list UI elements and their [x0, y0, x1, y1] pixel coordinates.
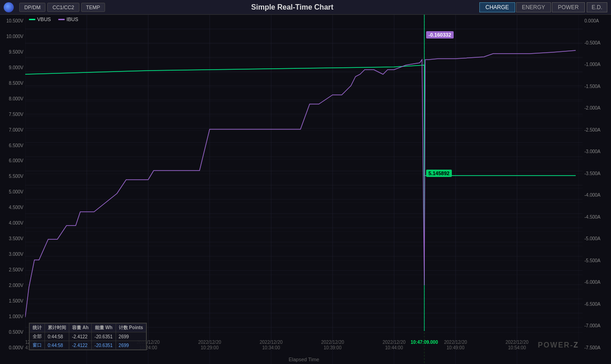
stats-row-all: 全部 0:44:58 -2.4122 -20.6351 2699 — [30, 332, 146, 341]
y-axis-left: 10.500V 10.000V 9.500V 9.000V 8.500V 8.0… — [0, 15, 25, 364]
chart-container: 10.500V 10.000V 9.500V 9.000V 8.500V 8.0… — [0, 15, 611, 364]
svg-text:10:29:00: 10:29:00 — [201, 345, 219, 350]
svg-text:2022/12/20: 2022/12/20 — [321, 340, 344, 345]
chart-area[interactable]: VBUS IBUS — [25, 15, 583, 364]
stats-window-time: 0:44:58 — [45, 341, 69, 350]
tab-temp[interactable]: TEMP — [81, 3, 106, 12]
svg-text:2022/12/20: 2022/12/20 — [505, 340, 528, 345]
btn-charge[interactable]: CHARGE — [479, 2, 515, 12]
stats-all-time: 0:44:58 — [45, 332, 69, 341]
topbar: DP/DM CC1/CC2 TEMP Simple Real-Time Char… — [0, 0, 611, 15]
stats-window-energy: -20.6351 — [92, 341, 116, 350]
svg-text:10:54:00: 10:54:00 — [508, 345, 526, 350]
btn-power[interactable]: POWER — [552, 2, 584, 12]
btn-energy[interactable]: ENERGY — [516, 2, 551, 12]
chart-title: Simple Real-Time Chart — [107, 3, 478, 11]
stats-header-points: 计数 Points — [116, 324, 146, 332]
stats-header-label: 统计 — [30, 324, 45, 332]
svg-text:2022/12/20: 2022/12/20 — [260, 340, 283, 345]
svg-text:10:39:00: 10:39:00 — [324, 345, 342, 350]
svg-text:10:34:00: 10:34:00 — [262, 345, 280, 350]
vbus-label: VBUS — [37, 17, 51, 22]
svg-text:10:44:00: 10:44:00 — [385, 345, 403, 350]
watermark: POWER-Z — [538, 341, 579, 349]
vbus-dot — [29, 19, 35, 20]
chart-svg: 2022/12/20 10:14:00 2022/12/20 10:19:00 … — [25, 15, 583, 364]
stats-row-window: 窗口 0:44:58 -2.4122 -20.6351 2699 — [30, 341, 146, 350]
stats-header-time: 累计时间 — [45, 324, 69, 332]
stats-window-label: 窗口 — [30, 341, 45, 350]
stats-all-label: 全部 — [30, 332, 45, 341]
legend: VBUS IBUS — [29, 17, 78, 22]
svg-text:2022/12/20: 2022/12/20 — [383, 340, 405, 345]
svg-text:10:47:09.000: 10:47:09.000 — [411, 340, 438, 345]
stats-header-capacity: 容量 Ah — [69, 324, 92, 332]
tab-cc1-cc2[interactable]: CC1/CC2 — [47, 3, 79, 12]
btn-ed[interactable]: E.D. — [587, 2, 607, 12]
ibus-label: IBUS — [67, 17, 78, 22]
legend-vbus: VBUS — [29, 17, 51, 22]
stats-table: 统计 累计时间 容量 Ah 能量 Wh 计数 Points 全部 0:44:58… — [29, 323, 147, 350]
stats-window-points: 2699 — [116, 341, 146, 350]
tab-dp-dm[interactable]: DP/DM — [19, 3, 45, 12]
right-buttons: CHARGE ENERGY POWER — [479, 2, 584, 12]
svg-text:10:49:00: 10:49:00 — [447, 345, 465, 350]
stats-header-energy: 能量 Wh — [92, 324, 116, 332]
stats-all-capacity: -2.4122 — [69, 332, 92, 341]
svg-rect-0 — [25, 15, 583, 341]
app-icon — [4, 2, 14, 12]
svg-text:2022/12/20: 2022/12/20 — [198, 340, 221, 345]
stats-all-energy: -20.6351 — [92, 332, 116, 341]
stats-window-capacity: -2.4122 — [69, 341, 92, 350]
y-axis-right: 0.000A -0.500A -1.000A -1.500A -2.000A -… — [583, 15, 611, 364]
legend-ibus: IBUS — [58, 17, 78, 22]
tooltip-vbus-value: 5.145892 — [426, 170, 452, 177]
stats-all-points: 2699 — [116, 332, 146, 341]
tooltip-ibus-value: -0.160332 — [426, 31, 454, 39]
svg-text:2022/12/20: 2022/12/20 — [444, 340, 467, 345]
ibus-dot — [58, 19, 65, 20]
x-axis-label: Elapsed Time — [289, 357, 319, 362]
